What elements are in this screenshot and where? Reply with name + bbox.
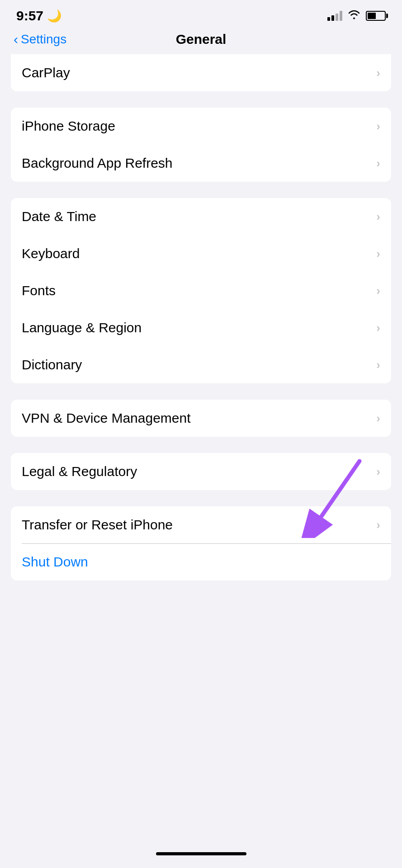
- signal-bar-1: [327, 17, 330, 21]
- chevron-right-icon: ›: [376, 465, 380, 479]
- list-item-language-region[interactable]: Language & Region ›: [11, 309, 391, 346]
- chevron-right-icon: ›: [376, 411, 380, 425]
- list-item-legal[interactable]: Legal & Regulatory ›: [11, 453, 391, 490]
- battery-icon: [366, 11, 386, 21]
- signal-bar-4: [340, 11, 342, 21]
- section-storage: iPhone Storage › Background App Refresh …: [11, 108, 391, 182]
- chevron-right-icon: ›: [376, 247, 380, 261]
- chevron-right-icon: ›: [376, 119, 380, 133]
- list-item-carplay[interactable]: CarPlay ›: [11, 54, 391, 91]
- signal-icon: [327, 11, 342, 21]
- chevron-right-icon: ›: [376, 518, 380, 532]
- back-button[interactable]: ‹ Settings: [14, 32, 86, 47]
- status-bar: 9:57 🌙: [0, 0, 402, 28]
- page-title: General: [86, 32, 316, 47]
- section-locale: Date & Time › Keyboard › Fonts › Languag…: [11, 198, 391, 383]
- status-icons: [327, 9, 386, 22]
- list-item-date-time[interactable]: Date & Time ›: [11, 198, 391, 235]
- chevron-right-icon: ›: [376, 66, 380, 80]
- home-indicator: [0, 843, 402, 863]
- settings-content: CarPlay › iPhone Storage › Background Ap…: [0, 54, 402, 580]
- section-reset: Transfer or Reset iPhone › Shut Down: [11, 506, 391, 580]
- list-item-dictionary[interactable]: Dictionary ›: [11, 346, 391, 383]
- back-label: Settings: [21, 32, 66, 47]
- battery-fill: [368, 13, 376, 19]
- signal-bar-2: [331, 15, 334, 21]
- list-item-background-app-refresh[interactable]: Background App Refresh ›: [11, 145, 391, 182]
- list-item-iphone-storage[interactable]: iPhone Storage ›: [11, 108, 391, 145]
- moon-icon: 🌙: [47, 9, 61, 23]
- list-item-transfer-reset[interactable]: Transfer or Reset iPhone ›: [11, 506, 391, 543]
- list-item-vpn[interactable]: VPN & Device Management ›: [11, 400, 391, 437]
- list-item-fonts[interactable]: Fonts ›: [11, 272, 391, 309]
- wifi-icon: [348, 9, 360, 22]
- list-item-shut-down[interactable]: Shut Down: [11, 543, 391, 580]
- section-carplay: CarPlay ›: [11, 54, 391, 91]
- section-reset-container: Transfer or Reset iPhone › Shut Down: [11, 506, 391, 580]
- home-bar: [156, 852, 246, 855]
- chevron-right-icon: ›: [376, 284, 380, 298]
- time-display: 9:57: [16, 8, 43, 24]
- chevron-right-icon: ›: [376, 321, 380, 335]
- section-vpn: VPN & Device Management ›: [11, 400, 391, 437]
- signal-bar-3: [336, 14, 338, 21]
- chevron-right-icon: ›: [376, 210, 380, 224]
- section-legal: Legal & Regulatory ›: [11, 453, 391, 490]
- list-item-keyboard[interactable]: Keyboard ›: [11, 235, 391, 272]
- chevron-right-icon: ›: [376, 156, 380, 170]
- chevron-right-icon: ›: [376, 358, 380, 372]
- nav-bar: ‹ Settings General: [0, 28, 402, 54]
- battery-body: [366, 11, 386, 21]
- back-chevron-icon: ‹: [14, 32, 18, 47]
- status-time: 9:57 🌙: [16, 8, 61, 24]
